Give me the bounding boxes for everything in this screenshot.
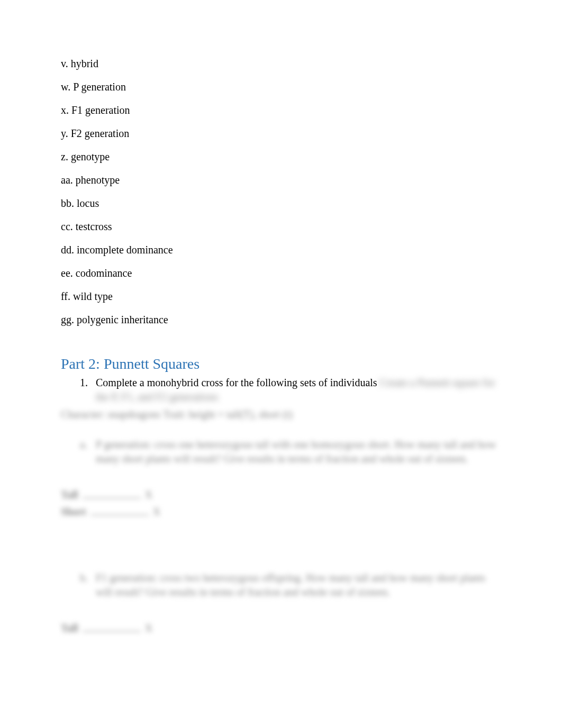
subquestion-b-text: F1 generation: cross two heterozygous of…	[96, 571, 501, 599]
subquestion-b-mark: b.	[80, 571, 96, 599]
answer-b-tall: Tall X	[61, 621, 501, 634]
term-item-cc: cc. testcross	[61, 221, 501, 232]
term-list: v. hybrid w. P generation x. F1 generati…	[61, 58, 501, 325]
answer-b-tall-label: Tall	[61, 622, 78, 634]
answer-a-short-blank	[90, 504, 149, 515]
term-item-v: v. hybrid	[61, 58, 501, 69]
subquestion-a-mark: a.	[80, 438, 96, 466]
term-item-gg: gg. polygenic inheritance	[61, 314, 501, 325]
term-item-w: w. P generation	[61, 81, 501, 92]
answer-a-tall-label: Tall	[61, 489, 78, 501]
question-1: 1. Complete a monohybrid cross for the f…	[80, 376, 501, 404]
subquestion-a-text: P generation: cross one heterozygous tal…	[96, 438, 501, 466]
answer-b-tall-x: X	[145, 622, 152, 634]
term-item-bb: bb. locus	[61, 198, 501, 208]
answer-a-short: Short X	[61, 504, 501, 518]
document-page: v. hybrid w. P generation x. F1 generati…	[0, 0, 562, 728]
answer-a-tall-blank	[83, 487, 141, 498]
term-item-z: z. genotype	[61, 151, 501, 162]
answer-a-tall: Tall X	[61, 487, 501, 501]
term-item-ee: ee. codominance	[61, 268, 501, 278]
answer-a-short-label: Short	[61, 506, 86, 518]
character-trait-line: Character: snapdragons Trait: height = t…	[61, 407, 501, 422]
question-list: 1. Complete a monohybrid cross for the f…	[61, 376, 501, 404]
term-item-y: y. F2 generation	[61, 128, 501, 139]
term-item-x: x. F1 generation	[61, 105, 501, 115]
answer-a-tall-x: X	[145, 489, 152, 501]
spacer	[61, 518, 501, 555]
answer-a-short-x: X	[153, 506, 160, 518]
term-item-aa: aa. phenotype	[61, 175, 501, 185]
term-item-dd: dd. incomplete dominance	[61, 244, 501, 255]
subquestion-a: a. P generation: cross one heterozygous …	[80, 438, 501, 466]
term-item-ff: ff. wild type	[61, 291, 501, 302]
section-heading-part2: Part 2: Punnett Squares	[61, 356, 501, 372]
answer-b-tall-blank	[83, 621, 141, 632]
question-1-number: 1.	[80, 376, 96, 404]
question-1-visible-text: Complete a monohybrid cross for the foll…	[96, 377, 377, 388]
question-1-body: Complete a monohybrid cross for the foll…	[96, 376, 501, 404]
subquestion-b: b. F1 generation: cross two heterozygous…	[80, 571, 501, 599]
